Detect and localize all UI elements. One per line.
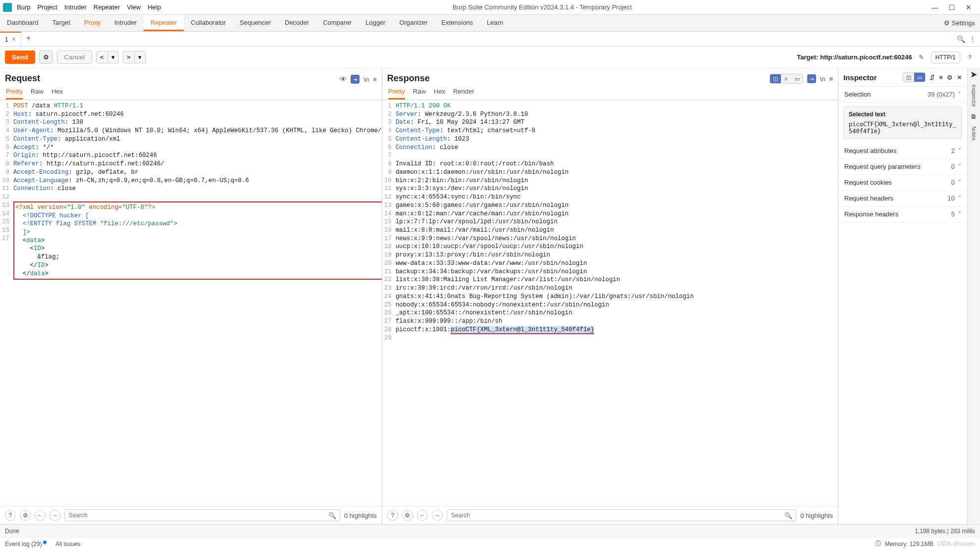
- nav-tab-repeater[interactable]: Repeater: [144, 15, 184, 31]
- settings-button[interactable]: ⚙ Settings: [939, 15, 980, 31]
- event-log-link[interactable]: Event log (29): [5, 541, 47, 548]
- resp-tab-hex[interactable]: Hex: [434, 86, 445, 100]
- more-icon[interactable]: ⋮: [969, 35, 976, 43]
- next-match-icon[interactable]: →: [50, 510, 60, 521]
- send-options-button[interactable]: ⚙: [39, 50, 53, 64]
- history-back-button[interactable]: <: [96, 51, 108, 63]
- layout-stack-icon[interactable]: ≡: [781, 74, 792, 83]
- nav-tab-comparer[interactable]: Comparer: [316, 15, 359, 31]
- request-search-input[interactable]: [64, 509, 340, 521]
- nav-tab-decoder[interactable]: Decoder: [278, 15, 316, 31]
- menu-project[interactable]: Project: [37, 3, 57, 11]
- cancel-button[interactable]: Cancel: [57, 50, 93, 64]
- history-fwd-button[interactable]: >: [123, 51, 135, 63]
- search-icon[interactable]: 🔍: [328, 512, 336, 519]
- close-tab-icon[interactable]: ✕: [11, 36, 16, 43]
- close-icon[interactable]: ✕: [963, 3, 974, 11]
- menu-help[interactable]: Help: [148, 3, 161, 11]
- collapse-icon[interactable]: ≡: [939, 74, 943, 81]
- response-search-input[interactable]: [447, 509, 796, 521]
- inspector-selection-row[interactable]: Selection 39 (0x27)˄: [838, 87, 967, 102]
- prev-match-icon[interactable]: ←: [35, 510, 46, 521]
- send-button[interactable]: Send: [5, 50, 35, 64]
- history-fwd-dropdown[interactable]: ▾: [135, 51, 146, 63]
- rail-collapse-icon[interactable]: ⮞: [971, 71, 977, 79]
- minimize-icon[interactable]: —: [929, 3, 940, 11]
- nav-tab-logger[interactable]: Logger: [359, 15, 392, 31]
- request-editor[interactable]: 1234567891011121314151617 POST /data HTT…: [0, 100, 382, 506]
- gear-icon[interactable]: ⚙: [947, 74, 953, 81]
- help-icon[interactable]: ？: [964, 52, 975, 63]
- help-icon[interactable]: ?: [387, 510, 398, 521]
- history-fwd-group: > ▾: [123, 51, 146, 63]
- insp-layout-a-icon[interactable]: ◫: [903, 73, 914, 82]
- maximize-icon[interactable]: ☐: [946, 3, 957, 11]
- menu-burp[interactable]: Burp: [17, 3, 30, 11]
- selected-text-value: picoCTF{XML_3xtern@l_3nt1t1ty_540f4f1e}: [849, 121, 957, 135]
- layout-pills: ◫ ≡ ▭: [770, 74, 803, 84]
- newline-icon[interactable]: \n: [820, 75, 825, 83]
- rail-inspector-label[interactable]: Inspector: [971, 85, 977, 107]
- resp-tab-pretty[interactable]: Pretty: [388, 86, 405, 100]
- response-viewer[interactable]: 1234567891011121314151617181920212223242…: [382, 100, 838, 506]
- response-title: Response: [387, 73, 430, 84]
- req-tab-pretty[interactable]: Pretty: [6, 86, 23, 100]
- repeater-tab-1[interactable]: 1 ✕: [0, 32, 21, 46]
- toggle-nonprintable-icon[interactable]: ⇥: [351, 75, 360, 84]
- response-pane: Response ◫ ≡ ▭ ⇥ \n ≡ Pretty Raw Hex Ren…: [382, 68, 838, 524]
- insp-layout-b-icon[interactable]: ▭: [914, 73, 925, 82]
- inspector-row[interactable]: Request query parameters0˅: [838, 159, 967, 175]
- hamburger-icon[interactable]: ≡: [373, 76, 377, 83]
- selected-text-header: Selected text: [849, 111, 957, 118]
- nav-tab-proxy[interactable]: Proxy: [77, 15, 107, 31]
- next-match-icon[interactable]: →: [432, 510, 443, 521]
- req-tab-hex[interactable]: Hex: [52, 86, 63, 100]
- resp-tab-raw[interactable]: Raw: [413, 86, 426, 100]
- inspector-pane: Inspector ◫ ▭ ⇵ ≡ ⚙ ✕ Selection 39 (0x27…: [838, 68, 967, 524]
- rail-notes-icon[interactable]: 🗎: [971, 113, 977, 120]
- all-issues-link[interactable]: All issues: [55, 541, 81, 548]
- newline-icon[interactable]: \n: [363, 76, 369, 83]
- nav-tab-intruder[interactable]: Intruder: [107, 15, 144, 31]
- rail-notes-label[interactable]: Notes: [971, 126, 977, 141]
- nav-tab-dashboard[interactable]: Dashboard: [0, 15, 46, 31]
- close-inspector-icon[interactable]: ✕: [957, 74, 962, 81]
- layout-single-icon[interactable]: ▭: [792, 74, 803, 83]
- response-highlight-count: 0 highlights: [800, 512, 833, 519]
- info-icon[interactable]: ⓘ: [875, 540, 881, 548]
- nav-tab-organizer[interactable]: Organizer: [392, 15, 434, 31]
- menu-repeater[interactable]: Repeater: [94, 3, 120, 11]
- history-back-dropdown[interactable]: ▾: [108, 51, 119, 63]
- toggle-nonprintable-icon[interactable]: ⇥: [807, 74, 816, 83]
- hide-icon[interactable]: 👁: [340, 75, 347, 83]
- menu-intruder[interactable]: Intruder: [64, 3, 87, 11]
- menu-view[interactable]: View: [127, 3, 141, 11]
- req-tab-raw[interactable]: Raw: [31, 86, 44, 100]
- edit-target-icon[interactable]: ✎: [916, 52, 927, 63]
- nav-tab-target[interactable]: Target: [46, 15, 77, 31]
- hamburger-icon[interactable]: ≡: [829, 75, 833, 83]
- nav-tab-collaborator[interactable]: Collaborator: [184, 15, 233, 31]
- response-search-row: ? ⚙ ← → 🔍 0 highlights: [382, 506, 838, 524]
- inspector-row[interactable]: Response headers5˅: [838, 206, 967, 222]
- http-version-toggle[interactable]: HTTP/1: [931, 51, 960, 63]
- nav-tab-extensions[interactable]: Extensions: [435, 15, 480, 31]
- prev-match-icon[interactable]: ←: [417, 510, 428, 521]
- inspector-row[interactable]: Request cookies0˅: [838, 175, 967, 191]
- work-area: Request 👁 ⇥ \n ≡ Pretty Raw Hex 12345678…: [0, 68, 980, 524]
- gear-icon[interactable]: ⚙: [402, 510, 413, 521]
- add-tab-button[interactable]: +: [21, 32, 36, 46]
- help-icon[interactable]: ?: [5, 510, 16, 521]
- nav-tab-learn[interactable]: Learn: [480, 15, 510, 31]
- inspector-row[interactable]: Request headers10˅: [838, 191, 967, 206]
- search-icon[interactable]: 🔍: [957, 35, 965, 43]
- expand-icon[interactable]: ⇵: [929, 74, 935, 81]
- selection-count: 39 (0x27): [928, 91, 955, 98]
- nav-tab-sequencer[interactable]: Sequencer: [233, 15, 278, 31]
- gear-icon[interactable]: ⚙: [20, 510, 31, 521]
- inspector-row[interactable]: Request attributes2˅: [838, 143, 967, 159]
- search-icon[interactable]: 🔍: [784, 512, 792, 519]
- status-bar-primary: Done 1,198 bytes | 283 millis: [0, 524, 980, 537]
- resp-tab-render[interactable]: Render: [453, 86, 474, 100]
- layout-split-icon[interactable]: ◫: [770, 74, 781, 83]
